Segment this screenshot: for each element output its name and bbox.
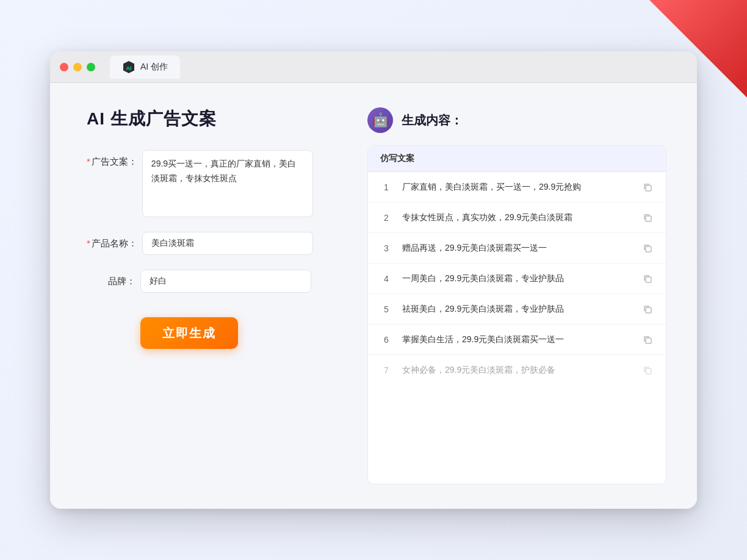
close-button[interactable] bbox=[60, 63, 68, 71]
tab-area: AI AI 创作 bbox=[110, 56, 180, 79]
row-text-6: 掌握美白生活，29.9元美白淡斑霜买一送一 bbox=[402, 333, 632, 346]
result-row: 5 祛斑美白，29.9元美白淡斑霜，专业护肤品 bbox=[368, 294, 666, 325]
title-bar: AI AI 创作 bbox=[50, 51, 697, 83]
brand-label: 品牌： bbox=[87, 270, 135, 287]
table-header: 仿写文案 bbox=[368, 146, 666, 172]
row-num-2: 2 bbox=[380, 213, 392, 223]
traffic-lights bbox=[60, 63, 95, 71]
row-text-2: 专抹女性斑点，真实功效，29.9元美白淡斑霜 bbox=[402, 211, 632, 224]
row-text-3: 赠品再送，29.9元美白淡斑霜买一送一 bbox=[402, 242, 632, 254]
generate-button[interactable]: 立即生成 bbox=[140, 317, 238, 349]
tab-label: AI 创作 bbox=[140, 62, 168, 73]
copy-icon-1[interactable] bbox=[641, 181, 654, 193]
row-text-4: 一周美白，29.9元美白淡斑霜，专业护肤品 bbox=[402, 272, 632, 285]
row-num-3: 3 bbox=[380, 243, 392, 253]
copy-icon-3[interactable] bbox=[641, 242, 654, 254]
content-area: AI 生成广告文案 *广告文案： *产品名称： 品牌： 立 bbox=[50, 83, 697, 509]
copy-icon-2[interactable] bbox=[641, 212, 654, 224]
copy-icon-7[interactable] bbox=[641, 364, 654, 376]
svg-rect-5 bbox=[646, 277, 651, 282]
row-num-7: 7 bbox=[380, 365, 392, 375]
result-row: 3 赠品再送，29.9元美白淡斑霜买一送一 bbox=[368, 233, 666, 264]
copy-icon-4[interactable] bbox=[641, 273, 654, 285]
result-row: 4 一周美白，29.9元美白淡斑霜，专业护肤品 bbox=[368, 264, 666, 294]
product-name-label: *产品名称： bbox=[87, 232, 137, 249]
browser-window: AI AI 创作 AI 生成广告文案 *广告文案： *产品名称： bbox=[50, 51, 697, 509]
row-num-6: 6 bbox=[380, 335, 392, 345]
product-name-input[interactable] bbox=[142, 232, 313, 255]
ad-copy-label: *广告文案： bbox=[87, 150, 137, 168]
page-title: AI 生成广告文案 bbox=[87, 107, 343, 131]
ai-tab-icon: AI bbox=[122, 60, 135, 74]
ad-copy-textarea[interactable] bbox=[142, 150, 313, 217]
row-num-1: 1 bbox=[380, 182, 392, 192]
ad-copy-field-group: *广告文案： bbox=[87, 150, 343, 217]
row-text-1: 厂家直销，美白淡斑霜，买一送一，29.9元抢购 bbox=[402, 181, 632, 193]
right-panel: 生成内容： 仿写文案 1 厂家直销，美白淡斑霜，买一送一，29.9元抢购 2 专… bbox=[367, 107, 666, 484]
svg-rect-4 bbox=[646, 246, 651, 252]
svg-rect-7 bbox=[646, 338, 651, 343]
svg-rect-8 bbox=[646, 368, 651, 374]
result-row: 2 专抹女性斑点，真实功效，29.9元美白淡斑霜 bbox=[368, 203, 666, 233]
minimize-button[interactable] bbox=[73, 63, 82, 71]
product-name-field-group: *产品名称： bbox=[87, 232, 343, 255]
row-text-5: 祛斑美白，29.9元美白淡斑霜，专业护肤品 bbox=[402, 303, 632, 315]
svg-rect-2 bbox=[646, 185, 651, 191]
result-row: 1 厂家直销，美白淡斑霜，买一送一，29.9元抢购 bbox=[368, 172, 666, 203]
right-title: 生成内容： bbox=[402, 112, 463, 129]
row-num-5: 5 bbox=[380, 304, 392, 314]
row-num-4: 4 bbox=[380, 274, 392, 284]
svg-rect-6 bbox=[646, 307, 651, 313]
result-row: 6 掌握美白生活，29.9元美白淡斑霜买一送一 bbox=[368, 325, 666, 355]
svg-text:AI: AI bbox=[126, 65, 132, 71]
required-star-product: * bbox=[87, 238, 90, 248]
brand-input[interactable] bbox=[140, 270, 311, 293]
right-header: 生成内容： bbox=[367, 107, 666, 133]
required-star-ad: * bbox=[87, 156, 90, 167]
row-text-7: 女神必备，29.9元美白淡斑霜，护肤必备 bbox=[402, 364, 632, 376]
brand-field-group: 品牌： bbox=[87, 270, 343, 293]
results-table: 仿写文案 1 厂家直销，美白淡斑霜，买一送一，29.9元抢购 2 专抹女性斑点，… bbox=[367, 145, 666, 484]
tab-ai-create[interactable]: AI AI 创作 bbox=[110, 56, 180, 79]
copy-icon-6[interactable] bbox=[641, 334, 654, 346]
copy-icon-5[interactable] bbox=[641, 303, 654, 315]
left-panel: AI 生成广告文案 *广告文案： *产品名称： 品牌： 立 bbox=[87, 107, 343, 484]
svg-rect-3 bbox=[646, 216, 651, 221]
robot-icon bbox=[367, 107, 393, 133]
result-row: 7 女神必备，29.9元美白淡斑霜，护肤必备 bbox=[368, 355, 666, 385]
maximize-button[interactable] bbox=[87, 63, 95, 71]
